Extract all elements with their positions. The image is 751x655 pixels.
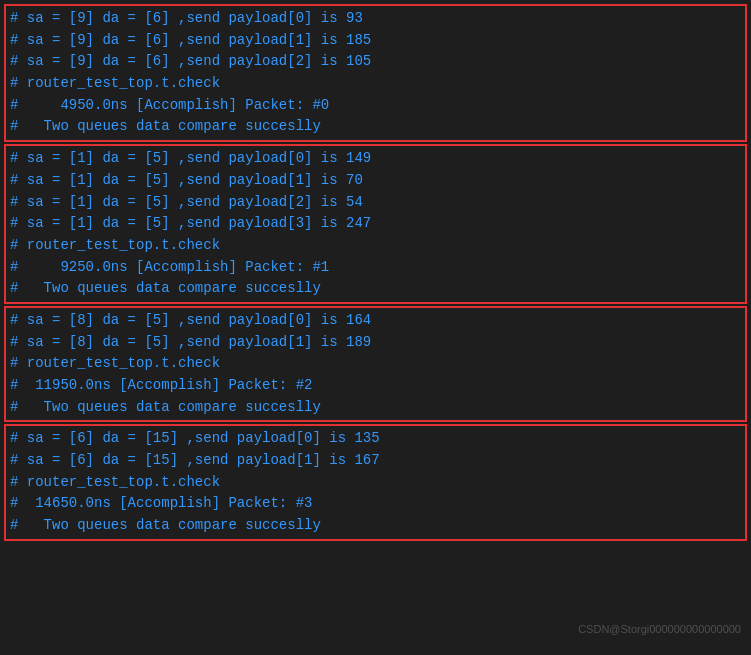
- line-0-1: # sa = [9] da = [6] ,send payload[1] is …: [10, 30, 741, 52]
- line-1-3: # sa = [1] da = [5] ,send payload[3] is …: [10, 213, 741, 235]
- line-3-4: # Two queues data compare succeslly: [10, 515, 741, 537]
- line-2-2: # router_test_top.t.check: [10, 353, 741, 375]
- line-2-0: # sa = [8] da = [5] ,send payload[0] is …: [10, 310, 741, 332]
- line-1-6: # Two queues data compare succeslly: [10, 278, 741, 300]
- watermark: CSDN@Storgi000000000000000: [578, 623, 741, 635]
- line-3-1: # sa = [6] da = [15] ,send payload[1] is…: [10, 450, 741, 472]
- line-0-0: # sa = [9] da = [6] ,send payload[0] is …: [10, 8, 741, 30]
- line-0-3: # router_test_top.t.check: [10, 73, 741, 95]
- line-1-0: # sa = [1] da = [5] ,send payload[0] is …: [10, 148, 741, 170]
- line-3-3: # 14650.0ns [Accomplish] Packet: #3: [10, 493, 741, 515]
- terminal: # sa = [9] da = [6] ,send payload[0] is …: [0, 0, 751, 655]
- code-block-2: # sa = [8] da = [5] ,send payload[0] is …: [4, 306, 747, 422]
- line-2-3: # 11950.0ns [Accomplish] Packet: #2: [10, 375, 741, 397]
- line-3-2: # router_test_top.t.check: [10, 472, 741, 494]
- line-0-2: # sa = [9] da = [6] ,send payload[2] is …: [10, 51, 741, 73]
- line-2-4: # Two queues data compare succeslly: [10, 397, 741, 419]
- code-block-3: # sa = [6] da = [15] ,send payload[0] is…: [4, 424, 747, 540]
- line-1-2: # sa = [1] da = [5] ,send payload[2] is …: [10, 192, 741, 214]
- line-0-5: # Two queues data compare succeslly: [10, 116, 741, 138]
- line-3-0: # sa = [6] da = [15] ,send payload[0] is…: [10, 428, 741, 450]
- code-block-1: # sa = [1] da = [5] ,send payload[0] is …: [4, 144, 747, 304]
- line-1-4: # router_test_top.t.check: [10, 235, 741, 257]
- line-1-1: # sa = [1] da = [5] ,send payload[1] is …: [10, 170, 741, 192]
- line-1-5: # 9250.0ns [Accomplish] Packet: #1: [10, 257, 741, 279]
- code-block-0: # sa = [9] da = [6] ,send payload[0] is …: [4, 4, 747, 142]
- line-0-4: # 4950.0ns [Accomplish] Packet: #0: [10, 95, 741, 117]
- line-2-1: # sa = [8] da = [5] ,send payload[1] is …: [10, 332, 741, 354]
